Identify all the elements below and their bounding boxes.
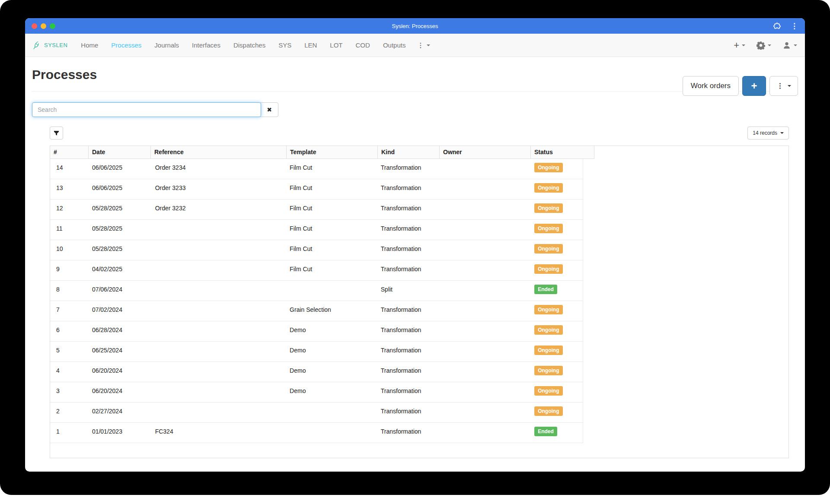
nav-item-len[interactable]: LEN (298, 34, 323, 57)
cell-status: Ongoing (530, 179, 583, 199)
more-actions-dropdown[interactable]: ⋮ (769, 76, 798, 96)
cell-template (286, 423, 377, 443)
page-content: Processes Work orders + ⋮ ✖ (25, 67, 805, 458)
cell-date: 05/28/2025 (89, 200, 151, 219)
nav-item-cod[interactable]: COD (349, 34, 377, 57)
table-row[interactable]: 1205/28/2025Order 3232Film CutTransforma… (50, 200, 583, 220)
wheat-logo-icon (32, 41, 42, 50)
cell-kind: Transformation (377, 159, 439, 179)
brand-logo[interactable]: SYSLEN (32, 41, 67, 50)
user-account-dropdown[interactable] (782, 41, 797, 50)
nav-item-lot[interactable]: LOT (323, 34, 349, 57)
nav-item-home[interactable]: Home (74, 34, 105, 57)
page-header-actions: Work orders + ⋮ (683, 76, 798, 96)
table-row[interactable]: 606/28/2024DemoTransformationOngoing (50, 321, 583, 342)
table-row[interactable]: 1406/06/2025Order 3234Film CutTransforma… (50, 159, 583, 179)
nav-item-outputs[interactable]: Outputs (377, 34, 412, 57)
window-title: Syslen: Processes (25, 23, 805, 29)
nav-overflow-menu[interactable]: ⋮ (412, 42, 435, 48)
chevron-down-icon (742, 44, 745, 46)
cell-reference: Order 3233 (151, 179, 286, 199)
nav-item-sys[interactable]: SYS (272, 34, 298, 57)
cell-date: 06/20/2024 (89, 362, 151, 382)
vertical-dots-icon: ⋮ (417, 42, 424, 48)
table-row[interactable]: 1306/06/2025Order 3233Film CutTransforma… (50, 179, 583, 200)
table-row[interactable]: 904/02/2025Film CutTransformationOngoing (50, 260, 583, 281)
add-process-button[interactable]: + (742, 76, 766, 96)
cell-kind: Transformation (377, 260, 439, 280)
cell-status: Ongoing (530, 403, 583, 422)
chevron-down-icon (788, 85, 791, 87)
cell-kind: Transformation (377, 179, 439, 199)
cell-template: Demo (286, 362, 377, 382)
status-badge: Ongoing (534, 163, 562, 172)
cell-num: 6 (50, 321, 89, 341)
column-header-num[interactable]: # (50, 146, 89, 158)
cell-status: Ongoing (530, 260, 583, 280)
plus-icon: + (734, 41, 739, 50)
table-row[interactable]: 101/01/2023FC324TransformationEnded (50, 423, 583, 443)
table-row[interactable]: 406/20/2024DemoTransformationOngoing (50, 362, 583, 382)
cell-template: Film Cut (286, 220, 377, 240)
table-row[interactable]: 202/27/2024TransformationOngoing (50, 403, 583, 423)
quick-add-dropdown[interactable]: + (734, 41, 745, 50)
records-count-dropdown[interactable]: 14 records (747, 127, 789, 139)
app-navbar: SYSLEN HomeProcessesJournalsInterfacesDi… (25, 34, 805, 57)
cell-num: 1 (50, 423, 89, 443)
screenshot-background: Syslen: Processes ⋮ SYSLEN (0, 0, 830, 495)
column-header-kind[interactable]: Kind (378, 146, 440, 158)
search-input[interactable] (32, 102, 261, 117)
cell-date: 01/01/2023 (89, 423, 151, 443)
cell-template (286, 403, 377, 422)
table-header-row: #DateReferenceTemplateKindOwnerStatus (50, 146, 594, 159)
filter-button[interactable] (50, 127, 63, 139)
cell-date: 06/06/2025 (89, 159, 151, 179)
nav-item-interfaces[interactable]: Interfaces (185, 34, 227, 57)
cell-status: Ongoing (530, 342, 583, 361)
nav-item-dispatches[interactable]: Dispatches (227, 34, 272, 57)
column-header-owner[interactable]: Owner (440, 146, 531, 158)
cell-template: Film Cut (286, 260, 377, 280)
cell-status: Ended (530, 423, 583, 443)
table-row[interactable]: 1105/28/2025Film CutTransformationOngoin… (50, 220, 583, 240)
table-row[interactable]: 807/06/2024SplitEnded (50, 281, 583, 301)
cell-date: 07/06/2024 (89, 281, 151, 301)
main-nav: HomeProcessesJournalsInterfacesDispatche… (74, 34, 412, 57)
nav-item-processes[interactable]: Processes (105, 34, 148, 57)
cell-date: 04/02/2025 (89, 260, 151, 280)
status-badge: Ended (534, 285, 557, 294)
cell-date: 06/06/2025 (89, 179, 151, 199)
status-badge: Ongoing (534, 346, 562, 355)
work-orders-button[interactable]: Work orders (683, 76, 739, 96)
column-header-status[interactable]: Status (531, 146, 594, 158)
cell-num: 13 (50, 179, 89, 199)
column-header-reference[interactable]: Reference (151, 146, 287, 158)
cell-kind: Transformation (377, 342, 439, 361)
table-row[interactable]: 306/20/2024DemoTransformationOngoing (50, 382, 583, 403)
page-header: Processes Work orders + ⋮ (32, 67, 798, 92)
chevron-down-icon (768, 44, 771, 46)
gear-icon (757, 41, 765, 50)
window-titlebar: Syslen: Processes ⋮ (25, 18, 805, 34)
cell-date: 06/28/2024 (89, 321, 151, 341)
cell-reference (151, 382, 286, 402)
cell-reference (151, 301, 286, 321)
cell-template: Film Cut (286, 200, 377, 219)
cell-template: Grain Selection (286, 301, 377, 321)
table-row[interactable]: 1005/28/2025Film CutTransformationOngoin… (50, 240, 583, 260)
chevron-down-icon (780, 132, 784, 134)
clear-search-button[interactable]: ✖ (260, 102, 278, 117)
column-header-date[interactable]: Date (89, 146, 151, 158)
settings-dropdown[interactable] (757, 41, 771, 50)
cell-owner (439, 321, 530, 341)
cell-reference: FC324 (151, 423, 286, 443)
table-row[interactable]: 707/02/2024Grain SelectionTransformation… (50, 301, 583, 321)
cell-date: 07/02/2024 (89, 301, 151, 321)
browser-menu-icon[interactable]: ⋮ (791, 22, 798, 30)
nav-item-journals[interactable]: Journals (148, 34, 185, 57)
cell-owner (439, 301, 530, 321)
column-header-template[interactable]: Template (287, 146, 378, 158)
table-row[interactable]: 506/25/2024DemoTransformationOngoing (50, 342, 583, 362)
cell-owner (439, 281, 530, 301)
extensions-puzzle-icon[interactable] (773, 22, 781, 30)
